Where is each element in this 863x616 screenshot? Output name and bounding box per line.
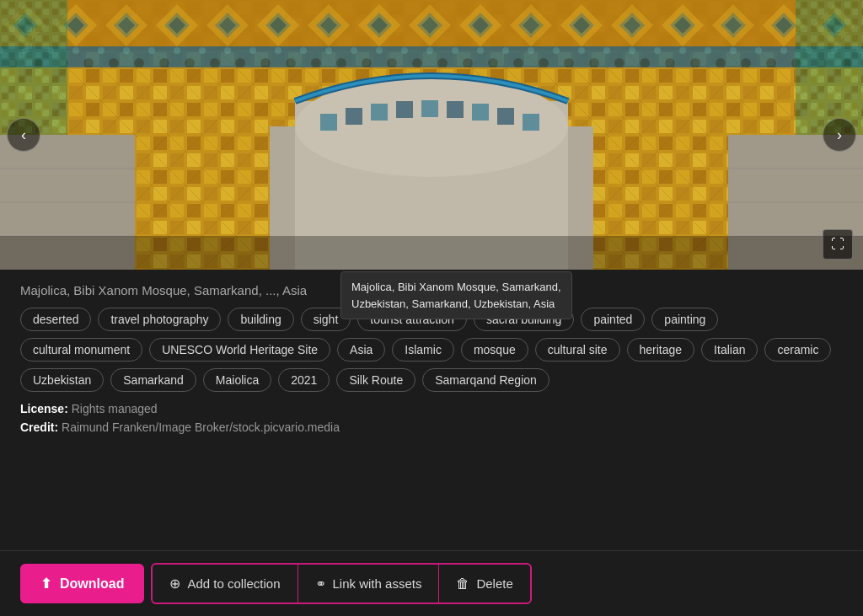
svg-rect-45 bbox=[497, 108, 514, 125]
credit-row: Credit: Raimund Franken/Image Broker/sto… bbox=[20, 420, 843, 434]
tag-item[interactable]: heritage bbox=[627, 338, 695, 362]
tag-item[interactable]: building bbox=[228, 308, 293, 331]
action-bar: ⬆ Download ⊕ Add to collection ⚭ Link wi… bbox=[0, 550, 863, 616]
main-container: ‹ bbox=[0, 0, 863, 616]
svg-rect-42 bbox=[421, 100, 438, 117]
tooltip-line1: Majolica, Bibi Xanom Mosque, Samarkand, bbox=[351, 281, 561, 293]
download-icon: ⬆ bbox=[40, 576, 51, 592]
link-with-assets-button[interactable]: ⚭ Link with assets bbox=[298, 565, 440, 603]
title-tooltip: Majolica, Bibi Xanom Mosque, Samarkand, … bbox=[340, 271, 572, 319]
tag-item[interactable]: Silk Route bbox=[336, 368, 415, 392]
action-button-group: ⊕ Add to collection ⚭ Link with assets 🗑… bbox=[151, 563, 531, 604]
tag-item[interactable]: Uzbekistan bbox=[20, 368, 104, 392]
fullscreen-button[interactable]: ⛶ bbox=[823, 229, 853, 260]
tooltip-line2: Uzbekistan, Samarkand, Uzbekistan, Asia bbox=[351, 297, 555, 310]
tag-item[interactable]: Italian bbox=[701, 338, 758, 362]
main-image bbox=[0, 0, 863, 270]
tag-item[interactable]: painted bbox=[581, 308, 645, 331]
prev-arrow[interactable]: ‹ bbox=[7, 118, 40, 152]
svg-rect-43 bbox=[447, 101, 464, 118]
svg-rect-41 bbox=[396, 101, 413, 118]
tag-item[interactable]: painting bbox=[651, 308, 718, 331]
tag-item[interactable]: UNESCO World Heritage Site bbox=[149, 338, 330, 362]
title-row: Majolica, Bibi Xanom Mosque, Samarkand, … bbox=[20, 270, 843, 308]
add-collection-label: Add to collection bbox=[187, 576, 280, 591]
delete-label: Delete bbox=[476, 576, 512, 591]
tags-container: desertedtravel photographybuildingsightt… bbox=[20, 308, 843, 392]
tag-item[interactable]: cultural site bbox=[535, 338, 620, 362]
image-area: ‹ bbox=[0, 0, 863, 270]
license-row: License: Rights managed bbox=[20, 402, 843, 415]
credit-label: Credit: bbox=[20, 420, 58, 434]
next-arrow-icon: › bbox=[837, 126, 842, 144]
fullscreen-icon: ⛶ bbox=[831, 237, 844, 252]
download-button[interactable]: ⬆ Download bbox=[20, 564, 144, 603]
download-label: Download bbox=[60, 576, 124, 592]
credit-value-text: Raimund Franken/Image Broker/stock.picva… bbox=[62, 420, 340, 434]
tag-item[interactable]: Asia bbox=[337, 338, 385, 362]
tag-item[interactable]: Maiolica bbox=[203, 368, 271, 392]
tag-item[interactable]: travel photography bbox=[98, 308, 221, 331]
svg-rect-44 bbox=[472, 104, 489, 121]
svg-rect-39 bbox=[346, 108, 362, 125]
tag-item[interactable]: mosque bbox=[461, 338, 528, 362]
tag-item[interactable]: 2021 bbox=[278, 368, 330, 392]
tag-item[interactable]: ceramic bbox=[764, 338, 831, 362]
content-area: Majolica, Bibi Xanom Mosque, Samarkand, … bbox=[0, 270, 863, 550]
delete-button[interactable]: 🗑 Delete bbox=[439, 565, 529, 603]
tag-item[interactable]: Islamic bbox=[392, 338, 454, 362]
next-arrow[interactable]: › bbox=[823, 118, 856, 152]
link-assets-icon: ⚭ bbox=[315, 576, 326, 592]
svg-rect-38 bbox=[320, 114, 337, 131]
svg-rect-23 bbox=[0, 0, 863, 51]
add-to-collection-button[interactable]: ⊕ Add to collection bbox=[153, 565, 297, 603]
tag-item[interactable]: cultural monument bbox=[20, 338, 142, 362]
tag-item[interactable]: Samarkand bbox=[110, 368, 196, 392]
license-value-text: Rights managed bbox=[72, 402, 158, 415]
add-collection-icon: ⊕ bbox=[169, 576, 180, 592]
tag-item[interactable]: deserted bbox=[20, 308, 91, 331]
prev-arrow-icon: ‹ bbox=[21, 126, 26, 144]
svg-rect-24 bbox=[0, 46, 863, 67]
svg-rect-40 bbox=[371, 104, 388, 121]
svg-rect-46 bbox=[523, 114, 539, 131]
tag-item[interactable]: Samarqand Region bbox=[422, 368, 549, 392]
link-assets-label: Link with assets bbox=[333, 576, 422, 591]
image-title: Majolica, Bibi Xanom Mosque, Samarkand, … bbox=[20, 283, 307, 297]
license-label: License: bbox=[20, 402, 68, 415]
delete-icon: 🗑 bbox=[456, 576, 469, 592]
svg-rect-47 bbox=[0, 236, 863, 270]
